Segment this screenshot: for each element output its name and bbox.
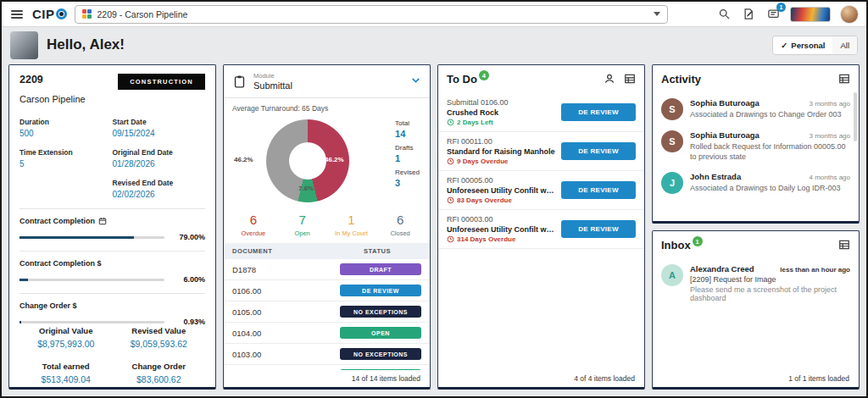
avatar: S [661, 130, 683, 152]
table-row[interactable]: 0105.00 NO EXCEPTIONS [224, 301, 430, 323]
project-dates: Duration 500 Time Extension 5 Start Date… [19, 118, 205, 199]
logo-o-icon [56, 8, 67, 19]
table-row[interactable]: 0103.00 NO EXCEPTIONS [224, 344, 430, 365]
de-review-button[interactable]: DE REVIEW [561, 220, 636, 238]
module-value: Submittal [253, 80, 292, 91]
original-value-field: Original Value $8,975,993.00 [19, 326, 113, 349]
table-header: DOCUMENT STATUS [224, 243, 430, 259]
revised-value-field: Revised Value $9,059,593.62 [113, 326, 206, 349]
edit-document-button[interactable] [741, 7, 756, 22]
activity-item[interactable]: J John Estrada 4 months ago Associated a… [653, 167, 859, 199]
progress-fill [19, 236, 134, 239]
personal-toggle[interactable]: ✓ Personal [773, 36, 832, 54]
progress-track [19, 321, 164, 323]
submittal-totals: Total 14 Drafts 1 Revised 3 [395, 119, 420, 193]
user-avatar[interactable] [840, 5, 859, 24]
table-view-icon[interactable] [624, 73, 636, 88]
app-window: CIP 2209 - Carson Pipeline 1 Hello, Al [0, 0, 868, 398]
status-badge: DRAFT [340, 263, 421, 275]
donut-label-closed: 46.2% [234, 156, 253, 163]
topbar-actions: 1 [716, 5, 859, 24]
greeting-title: Hello, Alex! [47, 36, 125, 53]
status-badge: NO EXCEPTIONS [340, 348, 421, 360]
right-column: Activity S Sophia Buturoaga 3 months ago [652, 64, 860, 390]
todo-item[interactable]: RFI 00003.00 Unforeseen Utility Confilt … [438, 210, 644, 249]
table-view-icon[interactable] [838, 239, 850, 254]
activity-title: Activity [661, 73, 701, 86]
search-icon [718, 8, 731, 20]
donut-label-open: 7.6% [298, 185, 314, 192]
inbox-card: Inbox 1 A Alexandra Creed less than an h… [652, 230, 860, 390]
table-row[interactable]: 0106.00 DE REVIEW [224, 280, 430, 301]
clock-icon [447, 158, 454, 165]
check-icon: ✓ [781, 41, 787, 50]
inbox-title: Inbox [661, 239, 691, 252]
module-grid-icon [82, 9, 92, 19]
search-button[interactable] [716, 7, 732, 22]
cipo-logo[interactable]: CIP [32, 7, 67, 21]
todo-item[interactable]: RFI 00005.00 Unforeseen Utility Confilt … [438, 171, 644, 210]
topbar: CIP 2209 - Carson Pipeline 1 [2, 2, 866, 27]
module-selector[interactable]: Module Submittal [224, 65, 430, 98]
avatar: A [661, 264, 683, 286]
avatar: S [661, 98, 683, 120]
progress-track [19, 236, 164, 239]
de-review-button[interactable]: DE REVIEW [561, 181, 636, 199]
chevron-down-icon [654, 12, 660, 16]
progress-percent: 79.00% [171, 233, 205, 241]
table-row[interactable]: D1878 DRAFT [224, 259, 430, 280]
promo-banner[interactable] [790, 7, 831, 22]
table-view-icon[interactable] [838, 73, 850, 88]
hamburger-menu-icon[interactable] [9, 7, 25, 22]
status-badge: DE REVIEW [340, 285, 421, 296]
assignee-filter-icon[interactable] [604, 73, 615, 88]
project-name: Carson Pipeline [19, 94, 205, 104]
calendar-icon [98, 217, 107, 225]
items-loaded-footer: 4 of 4 items loaded [439, 370, 643, 387]
clock-icon [447, 235, 454, 243]
contract-completion-dollar-progress: Contract Completion $ 6.00% [19, 251, 205, 284]
change-order-value-field: Change Order $83,600.62 [113, 362, 206, 384]
submittal-chart-area: 46.2% 46.2% 7.6% Total 14 Drafts 1 Revis… [224, 113, 430, 213]
todo-item[interactable]: Submittal 0106.00 Crushed Rock 2 Days Le… [438, 93, 644, 132]
submittal-stats: 6 Overdue 7 Open 1 In My Court 6 Closed [224, 213, 430, 243]
donut-label-overdue: 46.2% [325, 156, 344, 163]
todo-item[interactable]: RFI 00011.00 Standard for Raising Manhol… [438, 132, 644, 171]
inbox-item[interactable]: A Alexandra Creed less than an hour ago … [653, 259, 859, 307]
project-selector[interactable]: 2209 - Carson Pipeline [75, 5, 668, 24]
todo-card: To Do 4 Submittal 0106.00 Crushed Rock [437, 64, 645, 390]
clock-icon [447, 119, 454, 126]
status-badge: OPEN [340, 327, 421, 339]
notifications-button[interactable]: 1 [765, 7, 781, 22]
stat-overdue: 6 Overdue [229, 213, 278, 237]
items-loaded-footer: 14 of 14 items loaded [225, 370, 429, 387]
de-review-button[interactable]: DE REVIEW [561, 142, 636, 160]
stat-in-my-court: 1 In My Court [327, 213, 376, 237]
chevron-down-icon[interactable] [410, 74, 421, 89]
edit-document-icon [743, 8, 755, 20]
todo-title: To Do [447, 73, 477, 86]
project-card: 2209 CONSTRUCTION Carson Pipeline Durati… [8, 64, 216, 390]
notification-badge: 1 [776, 3, 786, 12]
project-number: 2209 [19, 74, 43, 86]
project-financials: Original Value $8,975,993.00 Revised Val… [19, 326, 205, 390]
module-card: Module Submittal Average Turnaround: 65 … [223, 64, 431, 390]
revised-end-date-field: Revised End Date 02/02/2026 [113, 179, 206, 199]
submittal-table: DOCUMENT STATUS D1878 DRAFT 0106.00 DE R… [224, 243, 430, 387]
activity-card: Activity S Sophia Buturoaga 3 months ago [652, 64, 860, 224]
original-end-date-field: Original End Date 01/28/2026 [113, 148, 206, 169]
dashboard-grid: 2209 CONSTRUCTION Carson Pipeline Durati… [2, 63, 866, 396]
time-extension-field: Time Extension 5 [19, 148, 113, 169]
greeting-bar: Hello, Alex! ✓ Personal All [2, 27, 866, 63]
project-selector-value: 2209 - Carson Pipeline [97, 9, 188, 19]
clock-icon [447, 196, 454, 204]
activity-item[interactable]: S Sophia Buturoaga 3 months ago Associat… [653, 93, 859, 125]
all-label: All [840, 41, 849, 50]
table-row[interactable]: 0104.00 OPEN [224, 323, 430, 344]
start-date-field: Start Date 09/15/2024 [113, 118, 206, 138]
de-review-button[interactable]: DE REVIEW [561, 103, 636, 121]
activity-item[interactable]: S Sophia Buturoaga 3 months ago Rolled b… [653, 125, 859, 167]
stat-closed: 6 Closed [376, 213, 425, 237]
all-toggle[interactable]: All [832, 36, 857, 54]
scrollbar[interactable] [854, 92, 857, 141]
